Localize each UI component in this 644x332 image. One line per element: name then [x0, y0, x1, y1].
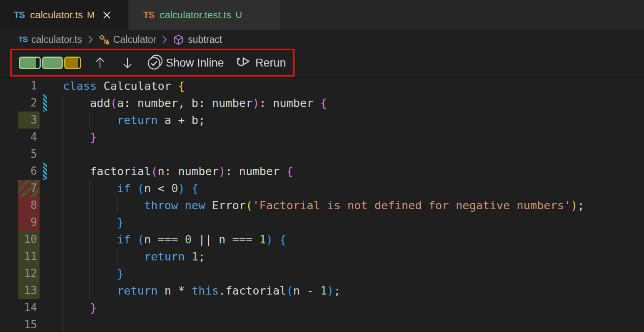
line-number: 3: [18, 111, 37, 129]
close-icon[interactable]: [102, 10, 112, 20]
line-number: 1: [18, 77, 37, 94]
breadcrumb-class-label: Calculator: [113, 34, 157, 45]
code-line[interactable]: 5: [0, 146, 644, 163]
rerun-label[interactable]: Rerun: [255, 56, 286, 69]
breadcrumb-class[interactable]: Calculator: [99, 34, 157, 45]
line-number: 13: [18, 282, 37, 299]
code-line[interactable]: 8 throw new Error('Factorial is not defi…: [0, 197, 644, 214]
arrow-up-icon: [93, 56, 107, 70]
line-number: 8: [18, 197, 37, 214]
previous-arrow-up-button[interactable]: [93, 56, 107, 70]
code-line[interactable]: 12 }: [0, 265, 644, 282]
code-text: return 1;: [63, 248, 205, 265]
line-number: 15: [18, 316, 37, 332]
show-inline-label[interactable]: Show Inline: [166, 56, 224, 69]
typescript-test-file-icon: TS: [143, 10, 154, 20]
indent-guide: [62, 146, 63, 163]
line-number: 2: [18, 94, 37, 111]
code-line[interactable]: 15: [0, 316, 644, 332]
arrow-down-icon: [121, 56, 134, 70]
git-modified-badge: M: [87, 10, 95, 20]
coverage-bar: [64, 57, 81, 69]
coverage-bar: [19, 57, 41, 69]
tab-bar: TS calculator.ts M TS calculator.test.ts…: [0, 0, 644, 30]
breadcrumb-method-label: subtract: [188, 34, 222, 45]
show-inline-coverage-icon: [147, 54, 164, 71]
line-number: 9: [18, 214, 37, 231]
coverage-toolbar: Show Inline Rerun: [0, 49, 644, 77]
line-number: 7: [18, 180, 37, 197]
tab-label: calculator.ts: [30, 9, 83, 21]
code-line[interactable]: 13 return n * this.factorial(n - 1);: [0, 282, 644, 299]
git-modified-gutter-stripe: [43, 94, 47, 111]
chevron-right-icon: [162, 35, 167, 45]
line-number: 4: [18, 129, 37, 146]
code-line[interactable]: 10 if (n === 0 || n === 1) {: [0, 231, 644, 248]
rerun-tests-button[interactable]: [234, 54, 252, 72]
next-arrow-down-button[interactable]: [121, 56, 134, 70]
breadcrumb-method[interactable]: subtract: [173, 34, 222, 45]
coverage-bar: [42, 57, 63, 69]
code-text: }: [63, 265, 124, 282]
code-text: factorial(n: number): number {: [63, 163, 293, 180]
line-number: 12: [18, 265, 37, 282]
code-text: add(a: number, b: number): number {: [63, 94, 327, 111]
vscode-editor-window: 1class Calculator {2 add(a: number, b: n…: [0, 0, 644, 332]
tab-label: calculator.test.ts: [160, 9, 231, 21]
git-untracked-badge: U: [235, 10, 242, 20]
chevron-right-icon: [87, 35, 93, 45]
code-text: throw new Error('Factorial is not define…: [63, 197, 584, 214]
class-symbol-icon: [99, 34, 110, 45]
code-text: if (n < 0) {: [63, 180, 198, 197]
code-text: if (n === 0 || n === 1) {: [63, 231, 287, 248]
code-text: return a + b;: [63, 111, 205, 129]
code-text: return n * this.factorial(n - 1);: [63, 282, 341, 299]
git-modified-gutter-stripe: [43, 163, 47, 180]
code-line[interactable]: 7 if (n < 0) {: [0, 180, 644, 197]
typescript-file-icon: TS: [14, 10, 25, 20]
method-symbol-icon: [173, 34, 184, 45]
rerun-icon: [234, 54, 252, 72]
code-line[interactable]: 11 return 1;: [0, 248, 644, 265]
breadcrumb-file[interactable]: TS calculator.ts: [18, 34, 82, 45]
code-line[interactable]: 14 }: [0, 299, 644, 316]
show-inline-coverage-button[interactable]: [147, 54, 164, 71]
code-text: class Calculator {: [63, 77, 185, 94]
code-text: }: [63, 299, 97, 316]
coverage-bars: [19, 57, 81, 69]
code-line[interactable]: 6 factorial(n: number): number {: [0, 163, 644, 180]
code-line[interactable]: 1class Calculator {: [0, 77, 644, 94]
line-number: 14: [18, 299, 37, 316]
tab-calculator-test-ts[interactable]: TS calculator.test.ts U: [129, 0, 280, 30]
line-number: 11: [18, 248, 37, 265]
breadcrumb-file-label: calculator.ts: [31, 34, 82, 45]
code-text: }: [63, 129, 97, 146]
typescript-file-icon: TS: [18, 35, 27, 44]
header-separator: [0, 77, 644, 77]
code-line[interactable]: 4 }: [0, 129, 644, 146]
code-line[interactable]: 2 add(a: number, b: number): number {: [0, 94, 644, 111]
breadcrumb: TS calculator.ts Calculator subtract: [0, 30, 644, 49]
line-number: 6: [18, 163, 37, 180]
code-line[interactable]: 3 return a + b;: [0, 111, 644, 129]
line-number: 10: [18, 231, 37, 248]
tab-calculator-ts[interactable]: TS calculator.ts M: [0, 0, 128, 30]
line-number: 5: [18, 146, 37, 163]
indent-guide: [62, 316, 63, 332]
code-line[interactable]: 9 }: [0, 214, 644, 231]
code-text: }: [63, 214, 124, 231]
